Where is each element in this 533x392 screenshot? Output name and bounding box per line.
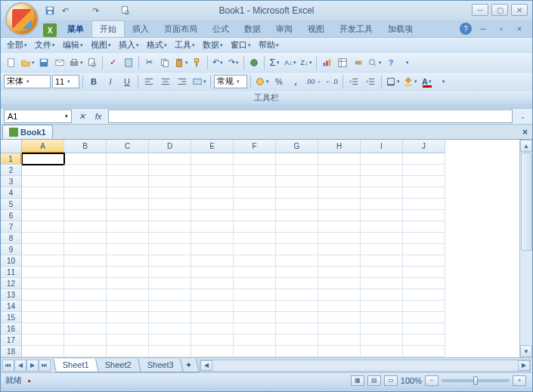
chart-icon[interactable] [319,55,334,70]
cell[interactable] [149,267,191,278]
menu-insert[interactable]: 插入▾ [116,38,142,52]
scroll-left-button[interactable]: ◀ [200,360,212,371]
column-header[interactable]: D [149,140,191,153]
format-painter-icon[interactable] [190,55,205,70]
align-left-icon[interactable] [141,74,156,89]
row-header[interactable]: 12 [1,278,22,289]
cell[interactable] [234,335,276,346]
cell[interactable] [276,312,318,323]
cell[interactable] [318,233,361,244]
borders-icon[interactable] [385,74,401,89]
pivot-icon[interactable] [335,55,350,70]
scroll-thumb[interactable] [521,153,532,251]
row-header[interactable]: 18 [1,346,22,357]
cell[interactable] [191,255,234,267]
insert-sheet-tab[interactable]: ✦ [180,359,200,372]
cell[interactable] [234,312,276,323]
cell[interactable] [318,187,361,199]
fill-color-icon[interactable] [402,74,418,89]
sort-asc-icon[interactable]: A↓ [283,55,298,70]
cell[interactable] [149,335,191,346]
cell[interactable] [403,301,445,312]
cell[interactable] [234,153,276,165]
cell[interactable] [149,187,191,199]
menu-tools[interactable]: 工具▾ [172,38,198,52]
menu-file[interactable]: 文件▾ [32,38,58,52]
cell[interactable] [107,301,149,312]
cell[interactable] [318,346,361,357]
cell[interactable] [22,233,64,244]
cell[interactable] [403,221,445,233]
comma-icon[interactable]: , [288,74,303,89]
zoom-out-button[interactable]: − [425,375,438,386]
cell[interactable] [22,176,64,187]
bold-button[interactable]: B [86,74,101,89]
cell[interactable] [64,153,107,165]
cell[interactable] [149,255,191,267]
cell[interactable] [149,278,191,289]
cell[interactable] [149,221,191,233]
cell[interactable] [234,289,276,301]
zoom-level[interactable]: 100% [401,376,422,385]
cell[interactable] [403,165,445,176]
hyperlink-icon[interactable] [246,55,262,70]
menu-view[interactable]: 视图▾ [88,38,114,52]
cell[interactable] [191,335,234,346]
maximize-button[interactable]: ▢ [491,4,508,16]
row-header[interactable]: 10 [1,255,22,267]
cell[interactable] [64,335,107,346]
ribbon-restore-button[interactable]: ▫ [494,22,508,35]
drawing-icon[interactable] [351,55,366,70]
cell[interactable] [64,176,107,187]
cell[interactable] [318,323,361,335]
cell[interactable] [276,233,318,244]
cell[interactable] [107,233,149,244]
cell[interactable] [318,312,361,323]
cell[interactable] [191,153,234,165]
cell[interactable] [403,335,445,346]
cell[interactable] [318,199,361,210]
cell[interactable] [191,244,234,255]
cell[interactable] [361,301,403,312]
row-header[interactable]: 11 [1,267,22,278]
page-layout-view-button[interactable]: ▤ [367,375,381,386]
undo-icon[interactable]: ↶ [210,55,225,70]
new-icon[interactable] [4,55,19,70]
cell[interactable] [107,244,149,255]
cell[interactable] [191,210,234,221]
cell[interactable] [107,153,149,165]
menu-edit[interactable]: 编辑▾ [60,38,86,52]
cell[interactable] [361,153,403,165]
cell[interactable] [276,289,318,301]
cell[interactable] [22,187,64,199]
redo-dropdown[interactable] [104,4,117,17]
cell[interactable] [107,346,149,357]
scroll-up-button[interactable]: ▲ [520,140,532,152]
row-header[interactable]: 1 [1,153,22,165]
cell[interactable] [22,346,64,357]
cell[interactable] [234,323,276,335]
cell[interactable] [234,233,276,244]
cell[interactable] [107,176,149,187]
cell[interactable] [191,346,234,357]
cell[interactable] [361,187,403,199]
cut-icon[interactable]: ✂ [141,55,156,70]
print-preview-icon[interactable] [119,4,132,17]
minimize-button[interactable]: ─ [472,4,488,16]
cell[interactable] [276,255,318,267]
sort-desc-icon[interactable]: Z↓ [299,55,314,70]
row-header[interactable]: 2 [1,165,22,176]
cell[interactable] [361,176,403,187]
column-header[interactable]: G [276,140,318,153]
menu-all[interactable]: 全部▾ [4,38,30,52]
cell[interactable] [234,199,276,210]
macro-record-icon[interactable]: ▪ [28,376,31,385]
cell[interactable] [276,346,318,357]
undo-icon[interactable]: ↶ [58,4,72,17]
cell[interactable] [22,289,64,301]
cell[interactable] [403,267,445,278]
ribbon-tab-home[interactable]: 开始 [91,20,125,37]
cell[interactable] [107,335,149,346]
cell[interactable] [361,221,403,233]
help-icon[interactable]: ? [383,55,398,70]
